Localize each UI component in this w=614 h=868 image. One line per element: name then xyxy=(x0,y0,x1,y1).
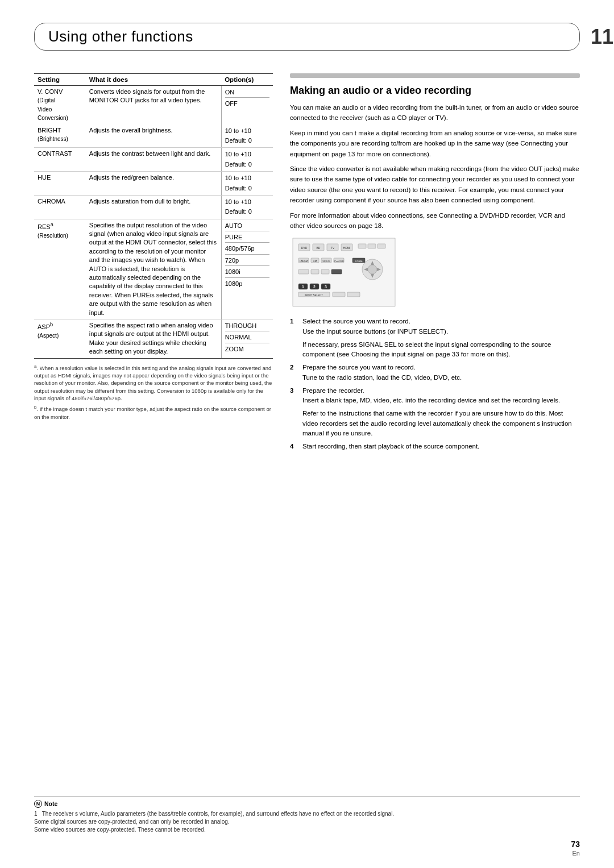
option-value: Default: 0 xyxy=(225,184,269,193)
footer-page-number: 73 xyxy=(571,840,580,849)
setting-description: Adjusts the contrast between light and d… xyxy=(86,148,221,172)
body-paragraph: For more information about video connect… xyxy=(290,210,580,231)
option-value: 10 to +10 xyxy=(225,126,269,136)
step-2: 2 Prepare the source you want to record.… xyxy=(290,363,580,383)
option-value: PURE xyxy=(225,232,269,243)
footnote-a: a. When a resolution value is selected i… xyxy=(34,363,273,402)
setting-label: BRIGHT(Brightness) xyxy=(34,124,86,148)
section-divider xyxy=(290,73,580,78)
option-value: 10 to +10 xyxy=(225,197,269,207)
svg-text:INPUT SELECT: INPUT SELECT xyxy=(305,294,323,297)
svg-text:1: 1 xyxy=(302,285,304,289)
footer-language: En xyxy=(572,850,580,857)
note-header: N Note xyxy=(34,800,580,808)
setting-label: CONTRAST xyxy=(34,148,86,172)
svg-text:FM/AM: FM/AM xyxy=(300,260,308,263)
setting-label: V. CONV(DigitalVideoConversion) xyxy=(34,86,86,124)
step-text: Select the source you want to record.Use… xyxy=(302,318,448,334)
step-4: 4 Start recording, then start playback o… xyxy=(290,442,580,451)
svg-text:2: 2 xyxy=(313,285,316,289)
option-value: AUTO xyxy=(225,221,269,231)
setting-label: RESa(Resolution) xyxy=(34,219,86,319)
svg-text:iPod/USB: iPod/USB xyxy=(334,260,344,263)
note-section: N Note 1 The receiver s volume, Audio pa… xyxy=(34,796,580,834)
setting-description: Converts video signals for output from t… xyxy=(86,86,221,124)
setting-description: Adjusts the red/green balance. xyxy=(86,172,221,196)
step-1: 1 Select the source you want to record.U… xyxy=(290,317,580,337)
svg-rect-10 xyxy=(368,244,376,248)
svg-rect-35 xyxy=(311,269,319,274)
setting-description: Adjusts the overall brightness. xyxy=(86,124,221,148)
option-value: 720p xyxy=(225,256,269,266)
step-number: 2 xyxy=(290,363,299,383)
setting-description: Adjusts saturation from dull to bright. xyxy=(86,195,221,219)
main-content: Setting What it does Option(s) V. CONV(D… xyxy=(34,73,580,455)
setting-options: ON OFF xyxy=(221,86,273,124)
note-text: 1 The receiver s volume, Audio parameter… xyxy=(34,810,580,834)
option-value: 1080i xyxy=(225,267,269,277)
note-label: Note xyxy=(44,800,57,807)
page-footer: 73 En xyxy=(571,840,580,857)
step-content: Prepare the recorder.Insert a blank tape… xyxy=(302,386,560,406)
step-text: Start recording, then start playback of … xyxy=(302,443,479,450)
svg-text:XM: XM xyxy=(313,260,317,263)
svg-rect-37 xyxy=(331,269,342,274)
setting-options: 10 to +10 Default: 0 xyxy=(221,148,273,172)
option-value: Default: 0 xyxy=(225,160,269,169)
setting-description: Specifies the output resolution of the v… xyxy=(86,219,221,319)
svg-rect-9 xyxy=(358,244,366,248)
svg-text:DVD: DVD xyxy=(301,246,308,250)
option-value: 1080p xyxy=(225,279,269,289)
svg-text:HDMI: HDMI xyxy=(343,246,351,250)
step-text: If necessary, press SIGNAL SEL to select… xyxy=(302,341,551,358)
table-row: ASPb(Aspect) Specifies the aspect ratio … xyxy=(34,319,273,358)
setting-options: 10 to +10 Default: 0 xyxy=(221,124,273,148)
option-value: THROUGH xyxy=(225,321,269,331)
table-row: CHROMA Adjusts saturation from dull to b… xyxy=(34,195,273,219)
option-value: Default: 0 xyxy=(225,136,269,146)
table-row: RESa(Resolution) Specifies the output re… xyxy=(34,219,273,319)
svg-rect-34 xyxy=(298,269,309,274)
step-text: Prepare the source you want to record.Tu… xyxy=(302,364,462,380)
page-header: Using other functions 11 xyxy=(34,23,580,51)
step-3: 3 Prepare the recorder.Insert a blank ta… xyxy=(290,386,580,406)
option-value: 480p/576p xyxy=(225,244,269,254)
remote-svg: DVD BD TV HDMI xyxy=(290,235,398,309)
step-number: 1 xyxy=(290,317,299,337)
settings-table: Setting What it does Option(s) V. CONV(D… xyxy=(34,73,273,359)
option-value: 10 to +10 xyxy=(225,149,269,159)
note-number: 1 xyxy=(34,811,40,817)
chapter-number: 11 xyxy=(591,25,613,49)
col-header-setting: Setting xyxy=(34,74,86,86)
option-value: ON xyxy=(225,88,269,98)
body-paragraph: You can make an audio or a video recordi… xyxy=(290,102,580,123)
table-row: V. CONV(DigitalVideoConversion) Converts… xyxy=(34,86,273,124)
setting-label: ASPb(Aspect) xyxy=(34,319,86,358)
body-paragraph: Since the video converter is not availab… xyxy=(290,164,580,206)
step-content: Prepare the source you want to record.Tu… xyxy=(302,363,462,383)
svg-text:3: 3 xyxy=(325,285,327,289)
svg-point-13 xyxy=(368,265,377,274)
step-content: Start recording, then start playback of … xyxy=(302,442,479,451)
setting-options: 10 to +10 Default: 0 xyxy=(221,172,273,196)
footnote-b: b. If the image doesn t match your monit… xyxy=(34,404,273,421)
step-content: Refer to the instructions that came with… xyxy=(302,409,580,438)
setting-description: Specifies the aspect ratio when analog v… xyxy=(86,319,221,358)
setting-options: AUTO PURE 480p/576p 720p 1080i 1080p xyxy=(221,219,273,319)
option-value: OFF xyxy=(225,99,269,109)
left-column: Setting What it does Option(s) V. CONV(D… xyxy=(34,73,273,455)
table-row: HUE Adjusts the red/green balance. 10 to… xyxy=(34,172,273,196)
table-row: CONTRAST Adjusts the contrast between li… xyxy=(34,148,273,172)
setting-label: CHROMA xyxy=(34,195,86,219)
step-content: If necessary, press SIGNAL SEL to select… xyxy=(302,340,580,360)
step-content: Select the source you want to record.Use… xyxy=(302,317,448,337)
svg-text:TV: TV xyxy=(331,246,335,250)
setting-label: HUE xyxy=(34,172,86,196)
svg-text:SIGNAL: SIGNAL xyxy=(355,260,363,263)
svg-rect-41 xyxy=(347,292,360,297)
table-row: BRIGHT(Brightness) Adjusts the overall b… xyxy=(34,124,273,148)
option-value: NORMAL xyxy=(225,333,269,343)
note-icon: N xyxy=(34,800,42,808)
option-value: ZOOM xyxy=(225,344,269,354)
footnotes: a. When a resolution value is selected i… xyxy=(34,363,273,421)
